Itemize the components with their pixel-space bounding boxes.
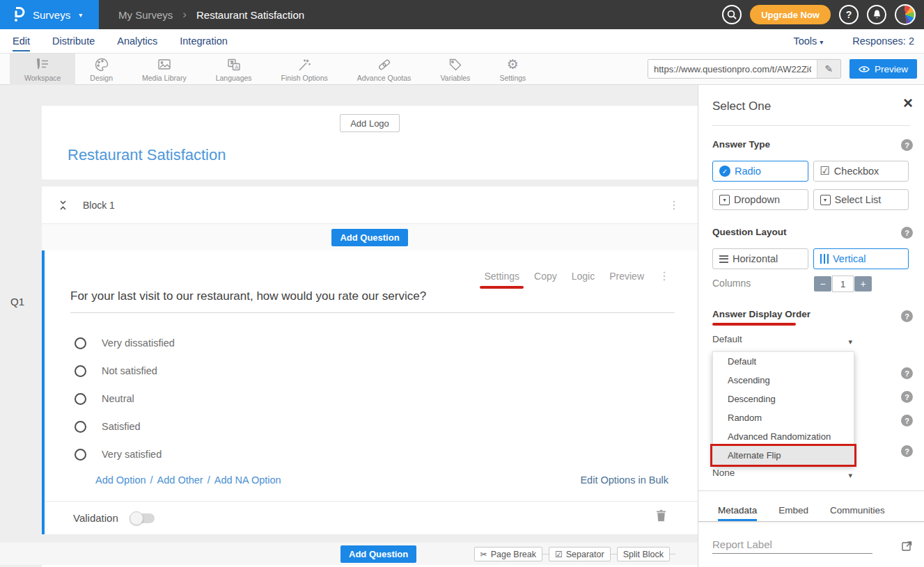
radio-button-icon[interactable]: [75, 337, 86, 349]
page-break-button[interactable]: ✂ Page Break: [474, 547, 542, 561]
block-card: Block 1 ⋮ Add Question: [42, 186, 698, 250]
expand-icon[interactable]: [901, 540, 913, 554]
toolbar-item-finish-options[interactable]: Finish Options: [267, 54, 343, 85]
question-text[interactable]: For your last visit to our restaurant, h…: [70, 289, 675, 313]
dropdown-box-icon: ▾: [719, 195, 730, 205]
radio-button-icon[interactable]: [75, 365, 86, 377]
tab-integration[interactable]: Integration: [180, 31, 228, 51]
question-layout-row: Horizontal Vertical: [712, 248, 909, 269]
breadcrumb-current: Restaurant Satisfaction: [196, 9, 304, 21]
help-icon[interactable]: ?: [901, 391, 913, 403]
upgrade-now-button[interactable]: Upgrade Now: [750, 5, 831, 24]
tab-analytics[interactable]: Analytics: [117, 31, 157, 51]
add-question-button-bottom[interactable]: Add Question: [340, 545, 416, 563]
option-label[interactable]: Neutral: [102, 393, 134, 404]
help-icon[interactable]: ?: [901, 445, 913, 457]
report-label-row: [712, 536, 914, 557]
edit-options-in-bulk-link[interactable]: Edit Options in Bulk: [580, 474, 668, 486]
product-menu[interactable]: Surveys ▾: [0, 0, 99, 29]
answer-display-order-label: Answer Display Order: [712, 309, 811, 319]
answer-type-dropdown[interactable]: ▾ Dropdown: [712, 189, 808, 210]
add-other-link[interactable]: Add Other: [157, 474, 203, 486]
option-label[interactable]: Very dissatisfied: [102, 337, 175, 349]
panel-tab-embed[interactable]: Embed: [778, 500, 808, 521]
toolbar-item-languages[interactable]: A Languages: [201, 54, 267, 85]
option-label[interactable]: Not satisfied: [102, 365, 157, 376]
question-tab-preview[interactable]: Preview: [609, 271, 644, 282]
report-label-input[interactable]: [712, 536, 872, 554]
delete-question-icon[interactable]: [656, 509, 666, 525]
menu-item-default[interactable]: Default: [713, 352, 854, 371]
notifications-button[interactable]: [867, 5, 886, 24]
help-icon[interactable]: ?: [901, 139, 913, 151]
toolbar-item-workspace[interactable]: Workspace: [10, 54, 75, 85]
help-icon[interactable]: ?: [901, 227, 913, 239]
collapse-block-icon[interactable]: [58, 200, 68, 210]
tools-menu[interactable]: Tools ▾: [793, 35, 823, 47]
radio-button-icon[interactable]: [75, 393, 86, 405]
answer-type-checkbox[interactable]: ☑ Checkbox: [813, 161, 909, 182]
top-bar: Surveys ▾ My Surveys › Restaurant Satisf…: [0, 0, 924, 29]
add-question-button-top[interactable]: Add Question: [331, 229, 407, 246]
toolbar-item-media-library[interactable]: Media Library: [127, 54, 201, 85]
add-option-link[interactable]: Add Option: [95, 474, 146, 486]
nav-right: Tools ▾ Responses: 2: [793, 35, 924, 47]
layout-vertical[interactable]: Vertical: [813, 248, 909, 269]
survey-url-input[interactable]: [648, 60, 817, 78]
option-label[interactable]: Very satisfied: [102, 449, 162, 460]
block-menu-icon[interactable]: ⋮: [668, 198, 680, 211]
layout-horizontal[interactable]: Horizontal: [712, 248, 808, 269]
search-icon: [726, 9, 737, 20]
help-icon: ?: [846, 9, 852, 20]
question-tab-settings[interactable]: Settings: [484, 271, 519, 282]
radio-button-icon[interactable]: [75, 421, 86, 433]
columns-decrement-button[interactable]: −: [814, 276, 831, 292]
survey-title[interactable]: Restaurant Satisfaction: [68, 146, 226, 164]
none-select[interactable]: None ▾: [712, 468, 855, 484]
edit-url-button[interactable]: ✎: [817, 60, 840, 78]
preview-button[interactable]: Preview: [849, 59, 917, 79]
panel-tab-communities[interactable]: Communities: [830, 500, 885, 521]
responses-count[interactable]: Responses: 2: [852, 35, 914, 47]
question-menu-icon[interactable]: ⋮: [659, 269, 670, 282]
menu-item-advanced-randomization[interactable]: Advanced Randomization: [713, 427, 854, 446]
question-tab-logic[interactable]: Logic: [572, 271, 595, 282]
breadcrumb-my-surveys[interactable]: My Surveys: [118, 9, 173, 21]
answer-display-order-select[interactable]: Default ▾: [712, 334, 855, 351]
menu-item-descending[interactable]: Descending: [713, 390, 854, 408]
help-icon[interactable]: ?: [901, 310, 913, 322]
close-icon[interactable]: ×: [903, 95, 913, 111]
split-block-button[interactable]: Split Block: [617, 547, 670, 561]
columns-increment-button[interactable]: +: [854, 276, 872, 292]
menu-item-random[interactable]: Random: [713, 408, 854, 427]
avatar[interactable]: [895, 4, 916, 25]
panel-tab-metadata[interactable]: Metadata: [718, 500, 757, 521]
toolbar-item-variables[interactable]: Variables: [425, 54, 485, 85]
separator-button[interactable]: ☑ Separator: [549, 547, 611, 561]
toolbar-item-advance-quotas[interactable]: Advance Quotas: [343, 54, 426, 85]
tab-distribute[interactable]: Distribute: [52, 31, 95, 51]
help-icon[interactable]: ?: [901, 415, 913, 426]
menu-item-alternate-flip[interactable]: Alternate Flip: [713, 446, 854, 465]
block-add-question-row: Add Question: [42, 224, 698, 250]
vertical-bars-icon: [820, 254, 829, 264]
answer-type-select-list[interactable]: ▾ Select List: [813, 189, 909, 210]
columns-value-input[interactable]: [832, 275, 854, 292]
columns-label: Columns: [712, 278, 751, 289]
radio-button-icon[interactable]: [75, 449, 86, 461]
toolbar-item-design[interactable]: Design: [75, 54, 127, 85]
question-tab-copy[interactable]: Copy: [534, 271, 557, 282]
option-label[interactable]: Satisfied: [102, 421, 141, 432]
add-logo-button[interactable]: Add Logo: [340, 114, 400, 132]
menu-item-ascending[interactable]: Ascending: [713, 371, 854, 390]
add-na-option-link[interactable]: Add NA Option: [214, 474, 281, 486]
validation-toggle[interactable]: [130, 513, 155, 523]
help-button[interactable]: ?: [839, 5, 859, 24]
answer-type-radio[interactable]: ✓ Radio: [712, 161, 808, 182]
tab-edit[interactable]: Edit: [13, 31, 30, 51]
question-layout-label: Question Layout: [712, 227, 787, 237]
help-icon[interactable]: ?: [901, 367, 913, 379]
search-button[interactable]: [722, 5, 742, 24]
block-title[interactable]: Block 1: [83, 200, 115, 211]
toolbar-item-settings[interactable]: ⚙ Settings: [485, 54, 540, 85]
